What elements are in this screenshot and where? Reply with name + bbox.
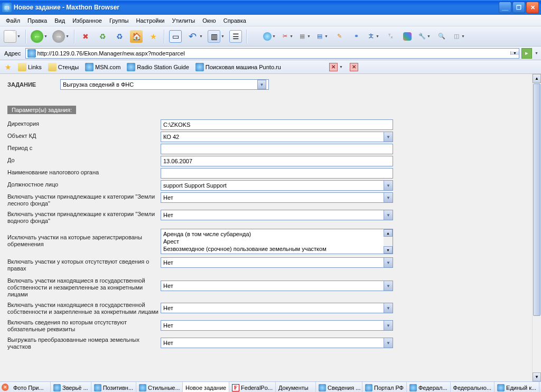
popup-x-button[interactable]: ✕ — [350, 63, 358, 71]
select-state-unassigned[interactable]: Нет▼ — [161, 281, 393, 291]
maximize-button[interactable]: ❐ — [512, 2, 525, 13]
label-state-unassigned: Включать участки находящиеся в государст… — [7, 276, 161, 299]
refresh-all-button[interactable]: ♻ — [111, 29, 127, 44]
menu-view[interactable]: Вид — [51, 17, 69, 24]
multiselect-scrollbar[interactable]: ▲ ▼ — [384, 229, 393, 254]
select-water-land[interactable]: Нет▼ — [161, 210, 393, 220]
ie-icon — [139, 384, 146, 391]
translate-button[interactable]: 文▼ — [365, 29, 381, 44]
tab-0[interactable]: Фото При... — [11, 382, 51, 392]
tools-button[interactable]: 🔧▼ — [416, 29, 433, 44]
pencil-button[interactable]: ✎ — [331, 29, 347, 44]
scroll-up-icon[interactable]: ▲ — [384, 229, 393, 237]
address-input-wrap: ▼ — [25, 48, 520, 59]
select-forest-land[interactable]: Нет▼ — [161, 192, 393, 203]
tab-9[interactable]: Федерал... — [407, 382, 451, 392]
adblock-x-button[interactable]: ✕ — [329, 63, 338, 71]
split-button[interactable]: ◫▼ — [451, 29, 467, 44]
cut-button[interactable]: ✂▼ — [279, 29, 295, 44]
tab-3[interactable]: Стильные... — [136, 382, 183, 392]
select-no-rights[interactable]: Нет▼ — [161, 257, 393, 268]
favorites-button[interactable]: ★ — [145, 29, 161, 44]
back-button[interactable]: ←▼ — [29, 29, 50, 44]
palette-icon — [403, 32, 412, 41]
menu-window[interactable]: Окно — [199, 17, 220, 24]
multi-item[interactable]: Аренда (в том числе субаренда) — [163, 230, 381, 238]
internet-button[interactable]: ▼ — [262, 29, 278, 44]
label-forest-land: Включать участки принадлежащие к категор… — [7, 192, 161, 208]
scroll-down-button[interactable]: ▼ — [533, 372, 541, 381]
menu-utilities[interactable]: Утилиты — [168, 17, 199, 24]
scroll-down-icon[interactable]: ▼ — [384, 246, 393, 254]
folder-icon — [18, 63, 26, 71]
menu-file[interactable]: Файл — [2, 17, 24, 24]
star-icon: ★ — [147, 30, 160, 43]
palette-button[interactable] — [399, 29, 415, 44]
input-period-to[interactable] — [161, 156, 393, 166]
tab-4-active[interactable]: Новое задание — [183, 382, 229, 392]
tab-6[interactable]: Документы — [276, 382, 316, 392]
close-all-tabs-button[interactable]: ✕ — [2, 384, 9, 391]
bookmarks-star[interactable]: ★ — [2, 62, 14, 72]
bookmark-msn[interactable]: MSN.com — [82, 62, 123, 72]
select-official[interactable]: support Support Support▼ — [161, 180, 393, 191]
new-tab-button[interactable]: ▼ — [2, 29, 23, 44]
link-button[interactable]: ⚭ — [348, 29, 364, 44]
chevron-down-icon: ▼ — [384, 258, 393, 267]
grid-icon: ▦ — [298, 32, 306, 41]
text-button[interactable]: ᵀₓ — [383, 29, 398, 44]
select-export-converted[interactable]: Нет▼ — [161, 338, 393, 348]
tab-10[interactable]: Федерально... — [451, 382, 495, 392]
multiselect-encumbrance[interactable]: Аренда (в том числе субаренда) Арест Без… — [161, 229, 393, 254]
stop-button[interactable]: ✖ — [78, 29, 94, 44]
split-icon: ◫ — [452, 32, 461, 41]
grid-button[interactable]: ▦▼ — [296, 29, 313, 44]
chevron-down-icon: ▼ — [384, 281, 393, 291]
input-tax-authority[interactable] — [161, 168, 393, 179]
address-input[interactable] — [38, 49, 511, 58]
go-dropdown[interactable]: ▼ — [534, 51, 539, 55]
select-state-assigned[interactable]: Нет▼ — [161, 303, 393, 313]
back-icon: ← — [31, 30, 43, 43]
menu-favorites[interactable]: Избранное — [69, 17, 106, 24]
select-object-kd[interactable]: КО 42▼ — [161, 132, 393, 142]
bookmark-links[interactable]: Links — [15, 62, 44, 72]
scroll-thumb[interactable] — [533, 83, 540, 316]
scroll-up-button[interactable]: ▲ — [533, 74, 541, 83]
tab-1[interactable]: Зверьё ... — [51, 382, 91, 392]
cascade-button[interactable]: ▭ — [167, 29, 183, 44]
menu-edit[interactable]: Правка — [24, 17, 51, 24]
refresh-button[interactable]: ♻ — [95, 29, 110, 44]
bookmark-punto[interactable]: Поисковая машина Punto.ru — [193, 62, 284, 72]
inspect-button[interactable]: 🔍 — [434, 29, 450, 44]
undo-button[interactable]: ↶▼ — [184, 29, 205, 44]
tab-5[interactable]: FFederalPo... — [229, 382, 276, 392]
tab-8[interactable]: Портал РФ — [362, 382, 407, 392]
go-button[interactable]: ▸ — [521, 48, 532, 59]
tab-11[interactable]: Единый к... — [495, 382, 539, 392]
content-scrollbar[interactable]: ▲ ▼ — [532, 74, 541, 381]
minimize-button[interactable]: __ — [499, 2, 511, 13]
multi-item[interactable]: Безвозмездное (срочное) пользование земе… — [163, 245, 381, 253]
select-missing-required[interactable]: Нет▼ — [161, 320, 393, 331]
chevron-down-icon: ▼ — [384, 321, 393, 330]
home-icon: 🏠 — [130, 30, 143, 43]
list-button[interactable]: ☰ — [228, 29, 244, 44]
forward-button[interactable]: →▼ — [51, 29, 71, 44]
tile-button[interactable]: ▤▼ — [314, 29, 330, 44]
close-button[interactable]: ✕ — [526, 2, 539, 13]
menu-help[interactable]: Справка — [220, 17, 250, 24]
menu-settings[interactable]: Настройки — [133, 17, 169, 24]
menu-groups[interactable]: Группы — [106, 17, 133, 24]
tab-2[interactable]: Позитивн... — [91, 382, 136, 392]
tab-7[interactable]: Сведения ... — [316, 382, 362, 392]
bookmark-radio[interactable]: Radio Station Guide — [124, 62, 191, 72]
home-button[interactable]: 🏠 — [128, 29, 144, 44]
bookmark-stands[interactable]: Стенды — [45, 62, 81, 72]
address-dropdown[interactable]: ▼ — [510, 51, 519, 55]
input-directory[interactable] — [161, 119, 393, 130]
columns-button[interactable]: ▥▼ — [206, 29, 227, 44]
multi-item[interactable]: Арест — [163, 238, 381, 245]
task-select[interactable]: Выгрузка сведений в ФНС ▼ — [60, 79, 269, 90]
input-period-from[interactable] — [161, 144, 393, 154]
